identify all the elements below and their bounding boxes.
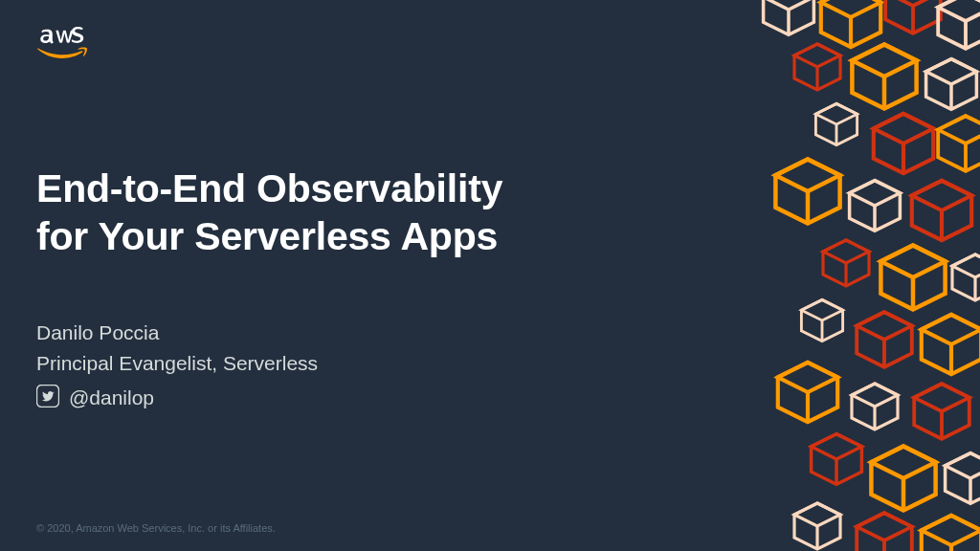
copyright-footer: © 2020, Amazon Web Services, Inc. or its… — [36, 522, 276, 534]
speaker-role: Principal Evangelist, Serverless — [36, 352, 318, 375]
twitter-icon — [36, 385, 59, 411]
speaker-name: Danilo Poccia — [36, 321, 318, 344]
title-line-2: for Your Serverless Apps — [36, 212, 502, 260]
presentation-title: End-to-End Observability for Your Server… — [36, 165, 502, 260]
title-line-1: End-to-End Observability — [36, 165, 502, 212]
aws-logo — [36, 23, 111, 73]
decorative-cubes — [578, 0, 980, 551]
twitter-handle: @danilop — [69, 386, 154, 409]
slide: End-to-End Observability for Your Server… — [0, 0, 980, 551]
speaker-block: Danilo Poccia Principal Evangelist, Serv… — [36, 321, 318, 411]
twitter-row: @danilop — [36, 385, 318, 411]
